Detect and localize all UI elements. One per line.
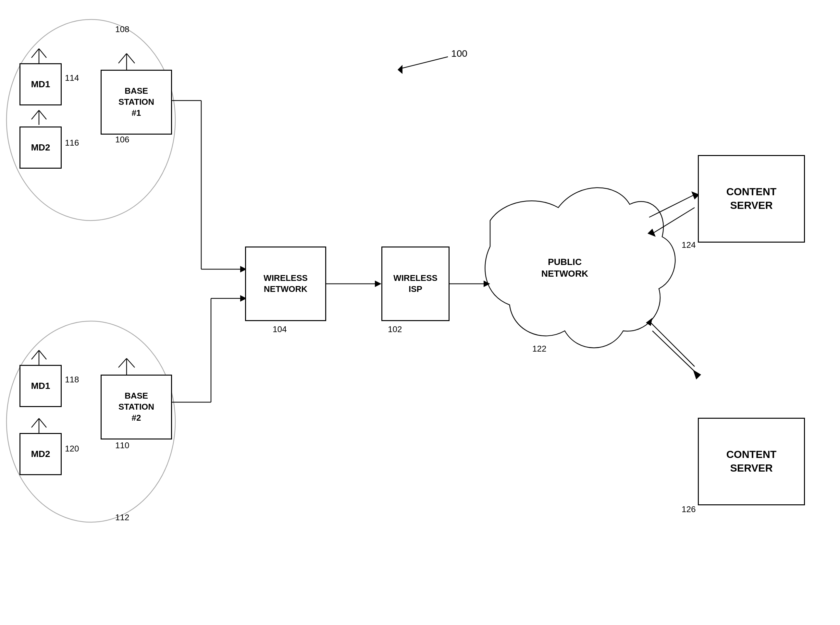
public-network-label: PUBLICNETWORK bbox=[529, 256, 600, 280]
svg-line-32 bbox=[649, 194, 695, 217]
diagram-container: MD1 MD2 BASESTATION#1 WIRELESSNETWORK WI… bbox=[0, 0, 840, 625]
svg-line-38 bbox=[649, 321, 695, 367]
ref-118: 118 bbox=[65, 375, 79, 385]
base-station-1-label: BASESTATION#1 bbox=[118, 86, 154, 118]
svg-line-16 bbox=[31, 418, 39, 428]
svg-line-1 bbox=[118, 53, 126, 63]
content-server-top-box: CONTENTSERVER bbox=[698, 155, 805, 243]
ref-124: 124 bbox=[682, 240, 695, 250]
ref-106: 106 bbox=[115, 135, 129, 145]
ref-102: 102 bbox=[388, 324, 402, 334]
svg-marker-37 bbox=[693, 370, 701, 379]
md2-bottom-box: MD2 bbox=[19, 433, 62, 475]
svg-line-17 bbox=[39, 418, 47, 428]
svg-line-5 bbox=[39, 49, 47, 58]
svg-line-14 bbox=[39, 350, 47, 359]
base-station-1-box: BASESTATION#1 bbox=[101, 70, 172, 135]
ref-104: 104 bbox=[273, 324, 287, 334]
svg-line-36 bbox=[652, 331, 696, 373]
svg-line-2 bbox=[126, 53, 135, 63]
svg-marker-41 bbox=[397, 65, 402, 74]
md2-bottom-label: MD2 bbox=[31, 448, 50, 460]
md1-bottom-box: MD1 bbox=[19, 365, 62, 407]
content-server-bottom-box: CONTENTSERVER bbox=[698, 418, 805, 505]
base-station-2-box: BASESTATION#2 bbox=[101, 375, 172, 440]
svg-marker-28 bbox=[375, 281, 381, 287]
wireless-isp-box: WIRELESSISP bbox=[381, 247, 450, 321]
wireless-network-label: WIRELESSNETWORK bbox=[263, 273, 308, 295]
md2-top-label: MD2 bbox=[31, 142, 50, 153]
content-server-top-label: CONTENTSERVER bbox=[726, 185, 777, 212]
ref-116: 116 bbox=[65, 138, 79, 148]
ref-100: 100 bbox=[451, 48, 468, 59]
md1-bottom-label: MD1 bbox=[31, 380, 50, 392]
base-station-2-label: BASESTATION#2 bbox=[118, 390, 154, 423]
svg-line-11 bbox=[126, 358, 135, 367]
svg-line-13 bbox=[31, 350, 39, 359]
ref-112: 112 bbox=[115, 513, 129, 522]
svg-line-4 bbox=[31, 49, 39, 58]
md1-top-label: MD1 bbox=[31, 78, 50, 90]
svg-line-40 bbox=[402, 57, 448, 68]
wireless-isp-label: WIRELESSISP bbox=[393, 273, 438, 295]
svg-line-34 bbox=[652, 208, 695, 233]
md2-top-box: MD2 bbox=[19, 126, 62, 169]
ref-110: 110 bbox=[115, 440, 129, 451]
md1-top-box: MD1 bbox=[19, 63, 62, 106]
content-server-bottom-label: CONTENTSERVER bbox=[726, 448, 777, 475]
ref-108: 108 bbox=[115, 24, 129, 34]
svg-line-8 bbox=[39, 110, 47, 119]
ref-120: 120 bbox=[65, 444, 79, 454]
wireless-network-box: WIRELESSNETWORK bbox=[245, 247, 326, 321]
ref-126: 126 bbox=[682, 504, 695, 515]
svg-line-10 bbox=[118, 358, 126, 367]
svg-line-7 bbox=[31, 110, 39, 119]
ref-114: 114 bbox=[65, 73, 79, 83]
ref-122: 122 bbox=[532, 344, 546, 354]
